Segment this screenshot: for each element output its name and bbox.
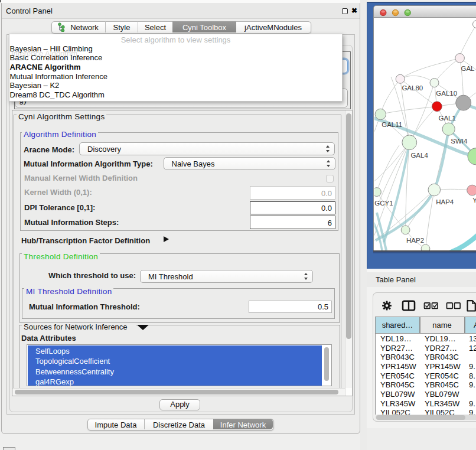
svg-text:GAL1: GAL1 (439, 115, 456, 122)
svg-text:GAL4: GAL4 (410, 152, 428, 159)
svg-text:GCY1: GCY1 (374, 200, 393, 207)
svg-text:GAL10: GAL10 (436, 90, 457, 97)
svg-text:SWI4: SWI4 (451, 138, 468, 145)
svg-text:GAL80: GAL80 (402, 84, 423, 92)
svg-text:HAP2: HAP2 (406, 237, 424, 244)
svg-text:GAL: GAL (461, 65, 475, 72)
svg-text:GAL11: GAL11 (382, 121, 402, 128)
svg-text:HAP4: HAP4 (436, 198, 454, 206)
svg-text:Y: Y (472, 197, 476, 204)
